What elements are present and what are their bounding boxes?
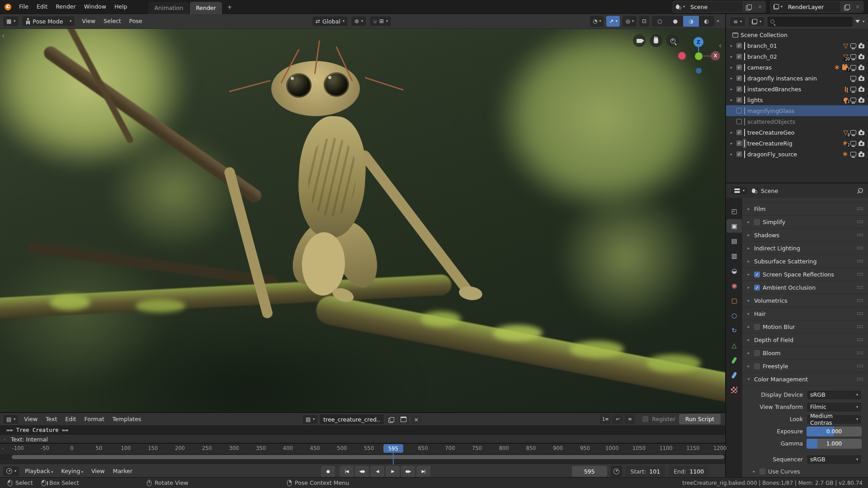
expand-icon[interactable]: ▸	[746, 206, 751, 211]
hide-in-viewport-icon[interactable]	[850, 152, 856, 156]
blender-logo-icon[interactable]	[5, 4, 11, 10]
timeline-scrollbar[interactable]	[0, 454, 725, 460]
disable-in-render-icon[interactable]	[859, 77, 864, 81]
row-checkbox[interactable]: ✓	[736, 130, 742, 135]
panel-checkbox[interactable]: ✓	[754, 285, 760, 291]
menubar-item-render[interactable]: Render	[52, 0, 80, 14]
panel-depth-of-field[interactable]: ▸Depth of Field	[742, 333, 868, 347]
hide-in-viewport-icon[interactable]	[850, 43, 856, 48]
scene-unlink-button[interactable]: ×	[754, 1, 765, 12]
row-checkbox[interactable]: ✓	[736, 86, 742, 92]
layer-copy-button[interactable]	[840, 1, 852, 12]
field-view-transform-select[interactable]: Filmic▾	[807, 402, 862, 412]
panel-simplify[interactable]: ▸Simplify	[742, 216, 868, 229]
outliner-row-dragonfly-instances-anin[interactable]: ▸✓dragonfly instances anin	[726, 73, 868, 84]
show-overlays-toggle[interactable]: ◎▾	[623, 16, 637, 27]
viewport-menu-view[interactable]: View	[78, 14, 99, 28]
row-checkbox[interactable]: ✓	[736, 97, 742, 103]
camera-view-button[interactable]	[633, 34, 646, 47]
field-gamma-slider[interactable]: 1.000	[807, 439, 862, 449]
gizmo-y-ball[interactable]	[695, 52, 703, 60]
drag-dots-icon[interactable]	[857, 233, 863, 237]
word-wrap-toggle[interactable]: ↩	[612, 414, 623, 424]
editor-type-selector[interactable]: ▦▾	[3, 16, 19, 27]
hide-in-viewport-icon[interactable]	[850, 141, 856, 145]
play-button[interactable]: ▶	[386, 466, 400, 477]
menubar-item-file[interactable]: File	[15, 0, 33, 14]
snap-magnet-icon[interactable]: ∪	[373, 19, 377, 24]
expand-icon[interactable]: ▸	[746, 272, 751, 277]
text-editor-type[interactable]: ▤▾	[3, 414, 19, 424]
shading-material-button[interactable]: ◑	[683, 16, 698, 27]
text-menu-format[interactable]: Format	[80, 413, 108, 426]
properties-tab-world[interactable]: ◉	[726, 279, 742, 292]
drag-dots-icon[interactable]	[857, 338, 863, 342]
properties-tab-object[interactable]: ▢	[726, 294, 742, 307]
expand-icon[interactable]: ▸	[729, 54, 734, 59]
drag-dots-icon[interactable]	[857, 220, 863, 224]
row-checkbox[interactable]: ✓	[736, 75, 742, 81]
properties-editor-type[interactable]: ▾	[731, 186, 748, 196]
expand-icon[interactable]: ▸	[746, 311, 751, 316]
use-curves-checkbox[interactable]	[760, 469, 765, 474]
properties-tab-scene[interactable]: ◒	[726, 264, 742, 277]
viewport-render[interactable]: ‹ ‹ Z X	[0, 29, 725, 412]
outliner-filter-type[interactable]: ▾	[748, 17, 765, 27]
gizmo-z-negative[interactable]	[696, 68, 702, 74]
expand-icon[interactable]: ▸	[729, 76, 734, 80]
field-exposure-slider[interactable]: 0.000	[807, 427, 862, 436]
shading-dropdown[interactable]: ▾	[717, 19, 719, 23]
outliner-display-mode[interactable]: ≡▾	[730, 17, 745, 27]
layer-unlink-button[interactable]: ×	[852, 1, 863, 12]
panel-indirect-lighting[interactable]: ▸Indirect Lighting	[742, 242, 868, 255]
row-checkbox[interactable]	[736, 108, 742, 113]
run-script-button[interactable]: Run Script	[679, 414, 721, 424]
pin-icon[interactable]	[858, 188, 863, 194]
expand-icon[interactable]: ▸	[746, 338, 751, 342]
menubar-item-help[interactable]: Help	[110, 0, 132, 14]
previous-keyframe-button[interactable]: ◀◆	[355, 466, 369, 477]
toolbar-collapse-arrow[interactable]: ‹	[2, 32, 5, 40]
timeline-menu-keying[interactable]: Keying ▾	[57, 465, 87, 478]
panel-screen-space-reflections[interactable]: ▸✓Screen Space Reflections	[742, 268, 868, 281]
drag-dots-icon[interactable]	[857, 325, 863, 328]
timeline-editor-type[interactable]: ▾	[3, 466, 20, 477]
field-display-device-select[interactable]: sRGB▾	[807, 390, 862, 400]
disable-in-render-icon[interactable]	[859, 99, 864, 103]
panel-bloom[interactable]: ▸Bloom	[742, 347, 868, 360]
outliner-row-branch-02[interactable]: ▸✓branch_02▽20	[726, 51, 868, 62]
layer-selector-dropdown[interactable]: ▾	[771, 1, 785, 12]
outliner-row-lights[interactable]: ▸✓lights2	[726, 94, 868, 105]
menubar-item-window[interactable]: Window	[80, 0, 110, 14]
outliner-row-instancedbranches[interactable]: ▸✓instancedBranches	[726, 84, 868, 94]
expand-icon[interactable]: ▸	[746, 259, 751, 263]
current-frame-field[interactable]: 595	[572, 466, 607, 477]
scene-selector-dropdown[interactable]: ▾	[673, 1, 688, 12]
hide-in-viewport-icon[interactable]	[850, 98, 856, 102]
panel-checkbox[interactable]	[754, 363, 760, 369]
preview-range-button[interactable]	[611, 466, 622, 477]
disable-in-render-icon[interactable]	[859, 131, 864, 135]
filter-dropdown[interactable]: ▾	[863, 20, 864, 23]
gizmo-x-negative[interactable]	[678, 52, 686, 60]
disable-in-render-icon[interactable]	[859, 55, 864, 59]
object-visibility-toggle[interactable]: ◔▾	[590, 16, 604, 27]
panel-hair[interactable]: ▸Hair	[742, 307, 868, 320]
drag-dots-icon[interactable]	[857, 377, 863, 381]
panel-ambient-occlusion[interactable]: ▸✓Ambient Occlusion	[742, 281, 868, 294]
expand-icon[interactable]: ▸	[729, 141, 734, 145]
row-checkbox[interactable]: ✓	[736, 151, 742, 157]
expand-icon[interactable]: ›	[2, 437, 7, 441]
shading-rendered-button[interactable]: ◐	[699, 16, 714, 27]
disable-in-render-icon[interactable]	[859, 44, 864, 48]
jump-to-end-button[interactable]: ▶|	[416, 466, 430, 477]
properties-tab-tool[interactable]: ◰	[726, 204, 742, 218]
outliner-row-branch-01[interactable]: ▸✓branch_01▽	[726, 40, 868, 51]
viewport-menu-select[interactable]: Select	[99, 14, 125, 28]
expand-icon[interactable]: ▸	[746, 298, 751, 303]
text-content[interactable]: == Tree Creature ==	[0, 426, 725, 434]
scrollbar-thumb[interactable]	[12, 455, 724, 459]
properties-tab-data[interactable]: △	[726, 338, 742, 352]
timeline-keyframe-area[interactable]	[0, 460, 725, 464]
filter-funnel-icon[interactable]	[855, 20, 860, 23]
